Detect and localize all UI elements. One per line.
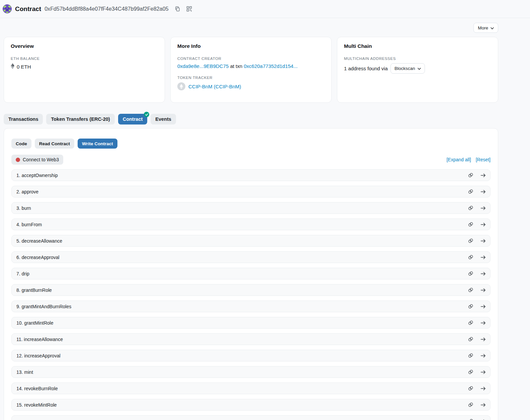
tab[interactable]: Transactions bbox=[4, 114, 43, 124]
tab-label: Contract bbox=[123, 116, 143, 122]
function-row[interactable]: 8. grantBurnRole bbox=[11, 284, 491, 296]
permalink-icon[interactable] bbox=[468, 189, 473, 194]
token-tracker-label: TOKEN TRACKER bbox=[177, 76, 325, 80]
connection-status-dot bbox=[16, 158, 20, 162]
permalink-icon[interactable] bbox=[468, 304, 473, 309]
permalink-icon[interactable] bbox=[468, 418, 473, 420]
function-row[interactable]: 2. approve bbox=[11, 186, 491, 197]
function-name: 15. revokeMintRole bbox=[16, 402, 57, 408]
function-row[interactable]: 3. burn bbox=[11, 202, 491, 214]
multi-chain-card: Multi Chain MULTICHAIN ADDRESSES 1 addre… bbox=[337, 37, 498, 103]
chevron-down-icon bbox=[491, 25, 494, 30]
creator-address-link[interactable]: 0xda9e8e...9EB9DC75 bbox=[177, 63, 229, 69]
expand-all-link[interactable]: [Expand all] bbox=[446, 157, 471, 162]
function-row[interactable]: 11. increaseAllowance bbox=[11, 333, 491, 345]
function-row[interactable]: 15. revokeMintRole bbox=[11, 399, 491, 411]
function-name: 14. revokeBurnRole bbox=[16, 386, 58, 391]
blockscan-select[interactable]: Blockscan bbox=[390, 63, 425, 74]
more-info-card: More Info CONTRACT CREATOR 0xda9e8e...9E… bbox=[170, 37, 332, 103]
permalink-icon[interactable] bbox=[468, 205, 473, 211]
function-row[interactable]: 10. grantMintRole bbox=[11, 317, 491, 329]
main-tabs: Transactions Token Transfers (ERC-20) Co… bbox=[4, 114, 498, 124]
permalink-icon[interactable] bbox=[468, 222, 473, 227]
permalink-icon[interactable] bbox=[468, 402, 473, 408]
function-row[interactable]: 12. increaseApproval bbox=[11, 350, 491, 361]
permalink-icon[interactable] bbox=[468, 353, 473, 358]
function-row[interactable]: 1. acceptOwnership bbox=[11, 169, 491, 181]
permalink-icon[interactable] bbox=[468, 369, 473, 375]
more-button[interactable]: More bbox=[473, 23, 498, 33]
contract-subtab-label: Code bbox=[16, 141, 27, 146]
tab[interactable]: Contract bbox=[118, 114, 148, 124]
permalink-icon[interactable] bbox=[468, 386, 473, 391]
permalink-icon[interactable] bbox=[468, 254, 473, 260]
eth-icon bbox=[11, 63, 14, 70]
arrow-right-icon[interactable] bbox=[480, 173, 486, 178]
function-name: 8. grantBurnRole bbox=[16, 287, 52, 293]
permalink-icon[interactable] bbox=[468, 271, 473, 276]
function-row[interactable]: 7. drip bbox=[11, 268, 491, 279]
chevron-down-icon bbox=[418, 66, 421, 71]
function-name: 11. increaseAllowance bbox=[16, 337, 63, 342]
more-info-card-title: More Info bbox=[177, 43, 325, 49]
overview-card-title: Overview bbox=[11, 43, 158, 49]
arrow-right-icon[interactable] bbox=[480, 222, 486, 227]
reset-link[interactable]: [Reset] bbox=[476, 157, 491, 162]
function-name: 10. grantMintRole bbox=[16, 320, 54, 326]
token-tracker-link[interactable]: CCIP-BnM (CCIP-BnM) bbox=[188, 84, 241, 89]
arrow-right-icon[interactable] bbox=[480, 337, 486, 342]
permalink-icon[interactable] bbox=[468, 336, 473, 342]
function-row[interactable] bbox=[11, 415, 491, 420]
copy-address-icon[interactable] bbox=[175, 6, 180, 12]
function-name: 1. acceptOwnership bbox=[16, 173, 58, 178]
function-row[interactable]: 9. grantMintAndBurnRoles bbox=[11, 301, 491, 312]
permalink-icon[interactable] bbox=[468, 172, 473, 178]
function-row[interactable]: 4. burnFrom bbox=[11, 219, 491, 230]
tab[interactable]: Token Transfers (ERC-20) bbox=[46, 114, 114, 124]
overview-card: Overview ETH BALANCE 0 ETH bbox=[4, 37, 165, 103]
arrow-right-icon[interactable] bbox=[480, 419, 486, 420]
contract-subtab[interactable]: Code bbox=[11, 139, 31, 149]
permalink-icon[interactable] bbox=[468, 287, 473, 293]
arrow-right-icon[interactable] bbox=[480, 353, 486, 358]
qr-code-icon[interactable] bbox=[186, 6, 192, 12]
connect-to-web3-button[interactable]: Connect to Web3 bbox=[11, 155, 63, 165]
function-row[interactable]: 5. decreaseAllowance bbox=[11, 235, 491, 247]
permalink-icon[interactable] bbox=[468, 320, 473, 326]
connect-to-web3-label: Connect to Web3 bbox=[23, 157, 59, 162]
function-name: 3. burn bbox=[16, 205, 31, 211]
arrow-right-icon[interactable] bbox=[480, 386, 486, 391]
function-row[interactable]: 14. revokeBurnRole bbox=[11, 383, 491, 394]
tab[interactable]: Events bbox=[151, 114, 176, 124]
contract-subtab[interactable]: Read Contract bbox=[35, 139, 74, 149]
multichain-found-text: 1 address found via bbox=[344, 66, 388, 71]
creator-at-txn-text: at txn bbox=[230, 63, 243, 69]
arrow-right-icon[interactable] bbox=[480, 206, 486, 211]
eth-balance-value: 0 ETH bbox=[17, 64, 31, 70]
arrow-right-icon[interactable] bbox=[480, 288, 486, 292]
arrow-right-icon[interactable] bbox=[480, 189, 486, 194]
function-row[interactable]: 6. decreaseApproval bbox=[11, 251, 491, 263]
contract-creator-label: CONTRACT CREATOR bbox=[177, 57, 325, 61]
creation-txn-link[interactable]: 0xc620a77352d1d154... bbox=[244, 63, 297, 69]
arrow-right-icon[interactable] bbox=[480, 271, 486, 276]
arrow-right-icon[interactable] bbox=[480, 321, 486, 325]
arrow-right-icon[interactable] bbox=[480, 403, 486, 407]
multi-chain-card-title: Multi Chain bbox=[344, 43, 491, 49]
arrow-right-icon[interactable] bbox=[480, 304, 486, 309]
function-row[interactable]: 13. mint bbox=[11, 366, 491, 378]
function-name: 6. decreaseApproval bbox=[16, 255, 59, 260]
tab-check-badge bbox=[144, 112, 149, 117]
tab-label: Events bbox=[155, 116, 171, 122]
permalink-icon[interactable] bbox=[468, 238, 473, 244]
more-button-label: More bbox=[478, 25, 488, 30]
multichain-addresses-label: MULTICHAIN ADDRESSES bbox=[344, 57, 491, 61]
arrow-right-icon[interactable] bbox=[480, 370, 486, 374]
function-name: 9. grantMintAndBurnRoles bbox=[16, 304, 71, 309]
arrow-right-icon[interactable] bbox=[480, 255, 486, 260]
contract-subtab[interactable]: Write Contract bbox=[78, 139, 117, 149]
arrow-right-icon[interactable] bbox=[480, 239, 486, 243]
function-name: 5. decreaseAllowance bbox=[16, 238, 62, 244]
contract-subtabs: Code Read Contract Write Contract bbox=[11, 139, 491, 149]
contract-subtab-label: Write Contract bbox=[82, 141, 113, 146]
